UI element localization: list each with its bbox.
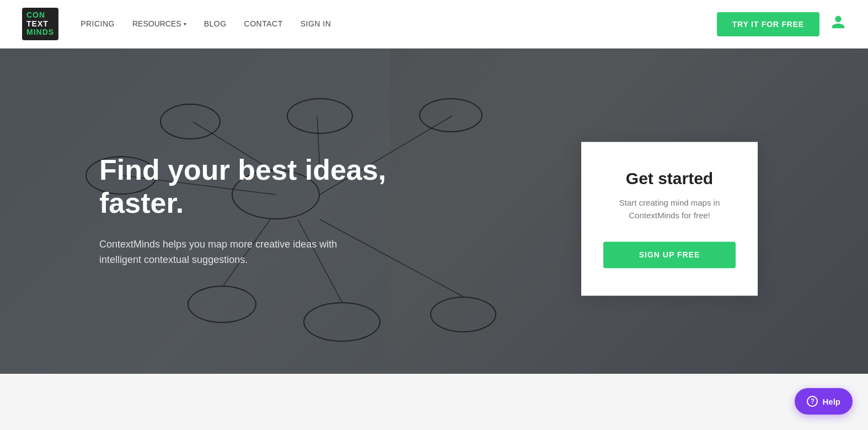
navbar-left: CON TEXT MINDS PRICING RESOURCES ▾ BLOG …	[22, 8, 331, 40]
logo[interactable]: CON TEXT MINDS	[22, 8, 58, 40]
help-label: Help	[822, 397, 840, 406]
help-button[interactable]: ? Help	[795, 388, 853, 415]
hero-content: Find your best ideas, faster. ContextMin…	[99, 154, 430, 268]
logo-line3: MINDS	[26, 28, 54, 36]
hero-subtext: ContextMinds helps you map more creative…	[99, 237, 364, 268]
chevron-down-icon: ▾	[184, 21, 186, 27]
logo-box: CON TEXT MINDS	[22, 8, 58, 40]
nav-item-pricing[interactable]: PRICING	[81, 19, 115, 29]
nav-link-resources[interactable]: RESOURCES ▾	[132, 19, 186, 28]
help-icon: ?	[807, 396, 818, 407]
try-free-button[interactable]: TRY IT FOR FREE	[717, 12, 819, 36]
hero-section: Find your best ideas, faster. ContextMin…	[0, 49, 868, 374]
hero-headline: Find your best ideas, faster.	[99, 154, 430, 220]
nav-link-pricing[interactable]: PRICING	[81, 19, 115, 28]
signup-free-button[interactable]: SIGN UP FREE	[603, 241, 736, 268]
nav-item-contact[interactable]: CONTACT	[244, 19, 283, 29]
user-icon[interactable]	[831, 14, 846, 34]
get-started-card: Get started Start creating mind maps in …	[581, 142, 758, 295]
card-subtitle: Start creating mind maps in ContextMinds…	[603, 197, 736, 222]
nav-link-blog[interactable]: BLOG	[204, 19, 227, 28]
logo-line1: CON	[26, 11, 54, 19]
nav-item-resources[interactable]: RESOURCES ▾	[132, 19, 186, 28]
nav-item-blog[interactable]: BLOG	[204, 19, 227, 29]
navbar-right: TRY IT FOR FREE	[717, 12, 846, 36]
nav-link-signin[interactable]: SIGN IN	[301, 19, 331, 28]
nav-link-contact[interactable]: CONTACT	[244, 19, 283, 28]
nav-item-signin[interactable]: SIGN IN	[301, 19, 331, 29]
nav-links: PRICING RESOURCES ▾ BLOG CONTACT SIGN IN	[81, 19, 331, 29]
logo-line2: TEXT	[26, 20, 54, 28]
navbar: CON TEXT MINDS PRICING RESOURCES ▾ BLOG …	[0, 0, 868, 49]
below-hero-strip	[0, 374, 868, 430]
card-title: Get started	[603, 169, 736, 188]
